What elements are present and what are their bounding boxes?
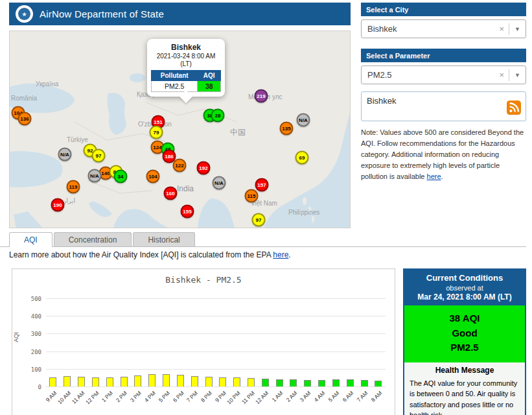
chart-bar[interactable] — [205, 377, 213, 387]
popup-aqi-value: 38 — [198, 81, 221, 92]
select-parameter-header: Select a Parameter — [361, 49, 526, 62]
gridline — [46, 386, 386, 387]
aqi-bar-chart: Bishkek - PM2.5 AQI 9 AM10 AM11 AM12 PM1… — [12, 268, 395, 415]
chart-bar[interactable] — [219, 377, 226, 388]
rss-feed-box: Bishkek — [361, 91, 526, 121]
chart-bar-slot: 4 PM — [145, 299, 159, 387]
epa-link[interactable]: here — [273, 250, 288, 259]
aqi-marker[interactable]: 192 — [197, 161, 211, 175]
aqi-summary-box: 38 AQI Good PM2.5 — [404, 305, 525, 362]
chart-bar-slot: 5 AM — [329, 299, 343, 387]
aqi-marker-na[interactable]: N/A — [58, 148, 72, 161]
aqi-marker[interactable]: 69 — [295, 151, 309, 165]
aqi-marker[interactable]: 157 — [255, 178, 269, 192]
learn-more-before: Learn more about how the Air Quality Ind… — [9, 250, 273, 259]
chart-bar[interactable] — [49, 377, 56, 387]
aqi-marker[interactable]: 97 — [92, 149, 106, 163]
chart-bar[interactable] — [78, 377, 85, 387]
select-city-header: Select a City — [361, 3, 526, 16]
chart-bar-slot: 7 AM — [357, 299, 371, 387]
y-axis-tick: 400 — [31, 313, 41, 320]
chart-bar[interactable] — [248, 378, 255, 387]
x-axis-label: 1 PM — [100, 390, 114, 403]
parameter-select[interactable]: PM2.5 × ▼ — [361, 65, 526, 84]
x-axis-label: 11 PM — [240, 390, 256, 405]
map-popup[interactable]: Bishkek 2021-03-24 8:00 AM (LT) Pollutan… — [147, 39, 225, 97]
gridline — [46, 316, 386, 316]
chart-bar[interactable] — [177, 375, 184, 387]
aqi-marker[interactable]: 115 — [245, 189, 259, 203]
parameter-select-value: PM2.5 — [367, 70, 392, 80]
parameter-caret-down-icon[interactable]: ▼ — [509, 72, 526, 78]
chart-bar-slot: 3 PM — [131, 299, 145, 387]
page-title: AirNow Department of State — [40, 8, 164, 19]
rss-icon[interactable] — [507, 101, 521, 117]
city-caret-down-icon[interactable]: ▼ — [509, 26, 526, 32]
aqi-marker[interactable]: 97 — [252, 213, 266, 227]
health-message-text: The AQI value for your community is betw… — [404, 376, 525, 415]
aqi-marker[interactable]: 160 — [164, 187, 178, 200]
tab-aqi[interactable]: AQI — [9, 232, 52, 247]
x-axis-label: 6 PM — [171, 390, 185, 403]
note-after: . — [441, 172, 443, 180]
y-axis-tick: 200 — [31, 349, 41, 355]
note-text: Note: Values above 500 are considered Be… — [361, 127, 524, 182]
chart-bar[interactable] — [121, 377, 128, 387]
x-axis-label: 4 PM — [143, 390, 157, 403]
chart-bar[interactable] — [191, 376, 198, 387]
chart-bar[interactable] — [233, 377, 240, 387]
chart-bar[interactable] — [148, 374, 156, 387]
popup-col-aqi: AQI — [198, 71, 221, 81]
map-country-label: Philippines — [288, 209, 319, 216]
aqi-marker[interactable]: 135 — [280, 122, 294, 136]
aqi-marker[interactable]: 119 — [67, 180, 80, 194]
aqi-category: Good — [407, 326, 522, 341]
aqi-map[interactable]: УкраїнаRomâniaTürkiyeҚазақстанO'zbekisto… — [9, 30, 351, 228]
aqi-marker[interactable]: 219 — [255, 89, 268, 103]
aqi-marker[interactable]: 34 — [114, 170, 128, 184]
tab-historical[interactable]: Historical — [133, 232, 194, 246]
aqi-marker[interactable]: 104 — [146, 170, 160, 184]
chart-bar-slot: 7 PM — [187, 299, 202, 387]
note-link[interactable]: here — [427, 172, 441, 180]
aqi-marker[interactable]: 136 — [18, 112, 32, 126]
x-axis-label: 11 AM — [71, 390, 86, 405]
chart-bar-slot: 6 PM — [173, 299, 187, 387]
parameter-clear-icon[interactable]: × — [494, 70, 509, 80]
aqi-marker[interactable]: 28 — [211, 109, 225, 123]
aqi-marker-na[interactable]: N/A — [213, 176, 226, 190]
aqi-marker[interactable]: 190 — [51, 198, 65, 212]
aqi-marker-na[interactable]: N/A — [297, 113, 310, 127]
chart-bar-slot: 2 AM — [286, 299, 301, 387]
chart-bar[interactable] — [64, 376, 71, 387]
chart-bar-slot: 6 AM — [343, 299, 357, 387]
x-axis-label: 6 AM — [341, 390, 355, 403]
chart-bar-slot: 4 AM — [315, 299, 329, 387]
tab-bar: AQI Concentration Historical — [9, 232, 196, 247]
app-header: ★ AirNow Department of State — [9, 3, 351, 25]
chart-bar-slot: 9 AM — [46, 299, 60, 387]
chart-bar[interactable] — [106, 377, 113, 388]
chart-bar-slot: 9 PM — [216, 299, 230, 387]
y-axis-tick: 300 — [31, 331, 41, 337]
gridline — [46, 298, 386, 299]
chart-bar[interactable] — [163, 374, 170, 387]
aqi-marker[interactable]: 122 — [173, 159, 187, 172]
x-axis-label: 10 PM — [226, 390, 241, 405]
tab-concentration[interactable]: Concentration — [54, 232, 132, 246]
aqi-marker[interactable]: 79 — [150, 126, 163, 139]
x-axis-label: 5 PM — [157, 390, 171, 403]
city-clear-icon[interactable]: × — [494, 24, 509, 34]
chart-bar[interactable] — [134, 375, 141, 387]
chart-bar-slot: 11 AM — [75, 299, 89, 387]
x-axis-label: 2 AM — [284, 390, 298, 403]
x-axis-label: 10 AM — [56, 390, 72, 405]
chart-bar[interactable] — [92, 377, 99, 387]
learn-more-after: . — [288, 250, 290, 259]
aqi-marker[interactable]: 155 — [181, 205, 194, 219]
y-axis-tick: 0 — [38, 384, 41, 390]
aqi-marker-na[interactable]: N/A — [88, 169, 102, 183]
x-axis-label: 3 PM — [129, 390, 143, 403]
city-select[interactable]: Bishkek × ▼ — [361, 19, 526, 38]
gridline — [46, 369, 386, 370]
